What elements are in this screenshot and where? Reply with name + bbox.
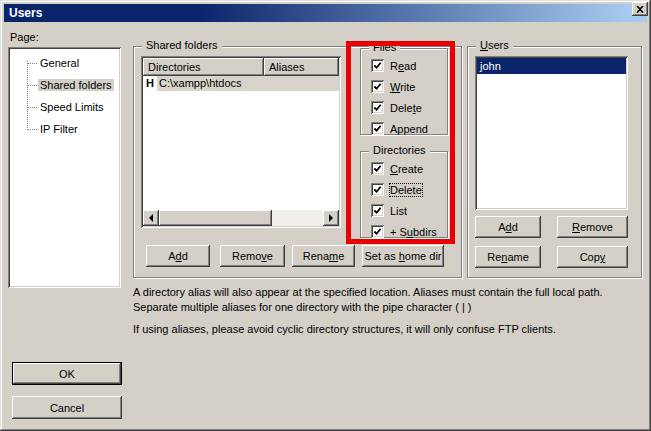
page-tree: General Shared folders Speed Limits IP F… [8,47,121,288]
checkbox-icon[interactable] [371,204,384,217]
checkbox-files-read[interactable]: Read [371,59,447,72]
checkbox-label: Delete [390,102,422,114]
checkbox-label: Read [390,60,416,72]
checkbox-label: Write [390,81,415,93]
add-user-button[interactable]: Add [475,216,541,238]
checkbox-dirs-subdirs[interactable]: + Subdirs [371,225,447,238]
files-group: Files Read Write Delete Append [360,48,448,135]
checkbox-icon[interactable] [371,101,384,114]
add-folder-button[interactable]: Add [146,245,210,267]
files-group-label: Files [369,41,400,53]
shared-folders-list: Directories Aliases H C:\xampp\htdocs [141,56,341,228]
window-title: Users [9,6,42,20]
checkbox-icon[interactable] [371,225,384,238]
directory-row[interactable]: H C:\xampp\htdocs [143,76,339,91]
cancel-button[interactable]: Cancel [12,396,122,419]
users-group-label: Users [476,39,513,51]
checkbox-icon[interactable] [371,59,384,72]
checkbox-icon[interactable] [371,183,384,196]
checkbox-label: Append [390,123,428,135]
close-button[interactable] [632,2,648,16]
tree-item-speed-limits[interactable]: Speed Limits [8,96,121,118]
ok-button[interactable]: OK [12,362,122,385]
scroll-left-icon [145,214,153,222]
horizontal-scrollbar[interactable] [143,210,339,226]
titlebar: Users [4,4,647,22]
directories-group-label: Directories [369,144,430,156]
checkbox-icon[interactable] [371,162,384,175]
alias-info-paragraph-2: If using aliases, please avoid cyclic di… [133,322,633,337]
directory-path: C:\xampp\htdocs [157,76,339,91]
checkbox-icon[interactable] [371,122,384,135]
shared-folders-group-label: Shared folders [142,39,222,51]
rename-user-button[interactable]: Rename [475,246,541,268]
users-dialog: Users Page: General Shared folders Speed… [0,0,651,431]
checkbox-dirs-create[interactable]: Create [371,162,447,175]
scroll-right-button[interactable] [323,210,339,226]
checkbox-label: Create [390,163,423,175]
users-list: john [475,56,628,210]
checkbox-files-write[interactable]: Write [371,80,447,93]
checkbox-label: List [390,205,407,217]
set-as-home-dir-button[interactable]: Set as home dir [362,245,444,267]
page-label: Page: [10,31,39,43]
tree-item-ip-filter[interactable]: IP Filter [8,118,121,140]
checkbox-icon[interactable] [371,80,384,93]
checkbox-label: Delete [390,184,422,196]
column-header-directories[interactable]: Directories [143,58,264,76]
checkbox-files-append[interactable]: Append [371,122,447,135]
directories-group: Directories Create Delete List + Subdirs [360,151,448,238]
list-body: H C:\xampp\htdocs [143,76,339,210]
rename-folder-button[interactable]: Rename [292,245,355,267]
list-header: Directories Aliases [143,58,339,76]
scroll-right-icon [329,214,337,222]
remove-folder-button[interactable]: Remove [220,245,285,267]
checkbox-label: + Subdirs [390,226,437,238]
scrollbar-track[interactable] [272,210,323,226]
close-icon [636,6,644,13]
checkbox-dirs-delete[interactable]: Delete [371,183,447,196]
home-dir-flag: H [143,76,157,91]
alias-info-paragraph-1: A directory alias will also appear at th… [133,285,633,315]
scrollbar-thumb[interactable] [159,210,272,226]
checkbox-files-delete[interactable]: Delete [371,101,447,114]
user-item-john[interactable]: john [477,58,626,74]
checkbox-dirs-list[interactable]: List [371,204,447,217]
alias-info-text: A directory alias will also appear at th… [133,285,633,337]
scroll-left-button[interactable] [143,210,159,226]
tree-item-general[interactable]: General [8,52,121,74]
remove-user-button[interactable]: Remove [557,216,628,238]
column-header-aliases[interactable]: Aliases [264,58,339,76]
tree-item-shared-folders[interactable]: Shared folders [8,74,121,96]
copy-user-button[interactable]: Copy [557,246,628,268]
